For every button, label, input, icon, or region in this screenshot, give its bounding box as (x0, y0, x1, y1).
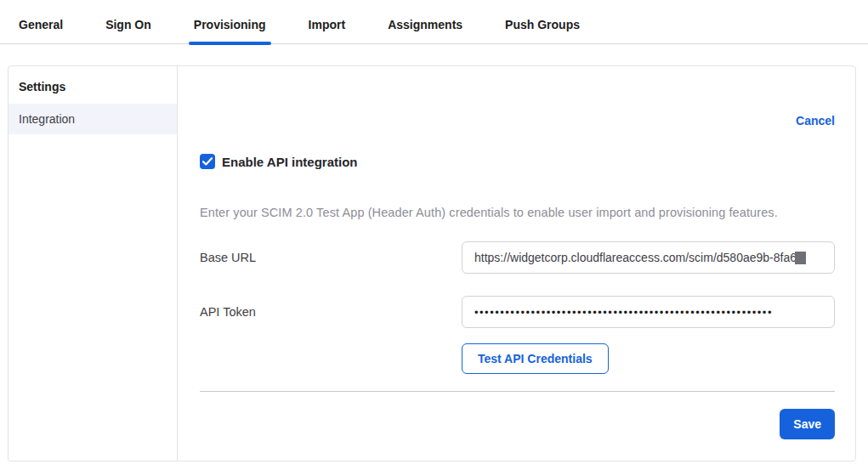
base-url-label: Base URL (200, 251, 462, 264)
api-token-masked-value: ••••••••••••••••••••••••••••••••••••••••… (474, 306, 773, 319)
app-tab-bar: General Sign On Provisioning Import Assi… (0, 0, 868, 44)
enable-api-integration-checkbox[interactable] (200, 154, 215, 169)
base-url-value: https://widgetcorp.cloudflareaccess.com/… (474, 251, 797, 264)
tab-import[interactable]: Import (307, 18, 348, 43)
test-api-credentials-button[interactable]: Test API Credentials (462, 343, 609, 374)
save-button[interactable]: Save (780, 409, 835, 439)
tab-push-groups[interactable]: Push Groups (503, 18, 582, 43)
sidebar-item-integration[interactable]: Integration (9, 104, 177, 134)
base-url-input[interactable]: https://widgetcorp.cloudflareaccess.com/… (462, 241, 835, 274)
tab-general[interactable]: General (17, 18, 65, 43)
base-url-row: Base URL https://widgetcorp.cloudflareac… (200, 241, 835, 274)
enable-api-integration-row: Enable API integration (200, 154, 835, 169)
tab-sign-on[interactable]: Sign On (104, 18, 153, 43)
enable-api-integration-label: Enable API integration (222, 155, 357, 169)
checkmark-icon (202, 157, 213, 166)
tab-assignments[interactable]: Assignments (386, 18, 464, 43)
tab-provisioning[interactable]: Provisioning (192, 18, 268, 43)
provisioning-panel: Settings Integration Cancel Enable API i… (8, 65, 856, 462)
integration-settings-content: Cancel Enable API integration Enter your… (178, 66, 855, 461)
cancel-link[interactable]: Cancel (796, 114, 835, 127)
credentials-description: Enter your SCIM 2.0 Test App (Header Aut… (200, 206, 835, 219)
footer-divider (200, 391, 835, 392)
api-token-row: API Token ••••••••••••••••••••••••••••••… (200, 296, 835, 328)
api-token-input[interactable]: ••••••••••••••••••••••••••••••••••••••••… (462, 296, 835, 328)
settings-sidebar: Settings Integration (9, 66, 178, 461)
sidebar-header: Settings (9, 73, 177, 104)
text-selection-block (795, 252, 806, 264)
api-token-label: API Token (200, 305, 462, 319)
